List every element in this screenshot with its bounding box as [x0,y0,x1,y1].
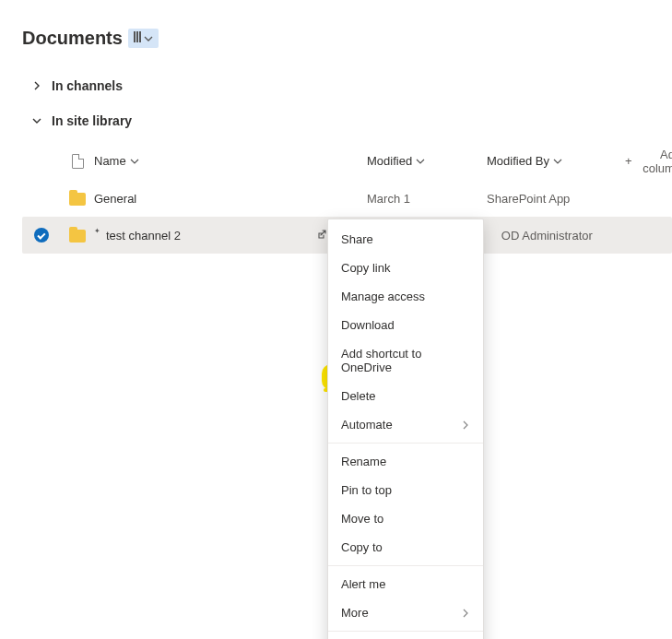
chevron-down-icon [31,115,42,126]
menu-item-download[interactable]: Download [328,311,483,339]
chevron-down-icon [416,157,425,166]
section-label: In channels [52,78,123,93]
item-name[interactable]: test channel 2 [106,229,181,243]
folder-icon [69,230,86,243]
header-label: Add column [643,148,672,175]
table-header: Name Modified Modified By + Add column [22,143,672,180]
view-icon [134,31,142,45]
document-icon [72,154,84,169]
chevron-down-icon [130,157,139,166]
menu-item-delete[interactable]: Delete [328,382,483,410]
star-icon: ✦ [94,227,100,235]
modified-value: March 1 [367,192,487,206]
folder-icon [69,193,86,206]
menu-item-more[interactable]: More [328,598,483,627]
menu-item-share[interactable]: Share [328,225,483,254]
column-header-modified[interactable]: Modified [367,154,487,168]
menu-item-move-to[interactable]: Move to [328,504,483,533]
view-switcher[interactable] [128,29,159,48]
modified-by-value: OD Administrator [501,229,640,243]
menu-item-copy-link[interactable]: Copy link [328,254,483,282]
header-label: Modified [367,154,412,168]
item-name[interactable]: General [94,192,136,206]
menu-item-add-shortcut[interactable]: Add shortcut to OneDrive [328,339,483,382]
header-label: Name [94,154,126,168]
context-menu: Share Copy link Manage access Download A… [327,219,484,639]
column-header-type[interactable] [61,154,94,169]
section-in-channels[interactable]: In channels [22,73,672,99]
menu-item-alert-me[interactable]: Alert me [328,570,483,598]
column-header-modified-by[interactable]: Modified By [487,154,625,168]
chevron-right-icon [461,420,470,430]
plus-icon: + [625,154,632,168]
menu-item-pin-to-top[interactable]: Pin to top [328,476,483,504]
column-header-add[interactable]: + Add column [625,148,672,175]
section-in-site-library[interactable]: In site library [22,108,672,134]
menu-item-copy-to[interactable]: Copy to [328,533,483,562]
menu-divider [328,565,483,566]
menu-divider [328,631,483,632]
menu-item-rename[interactable]: Rename [328,447,483,476]
column-header-name[interactable]: Name [94,154,315,168]
chevron-right-icon [31,80,42,91]
modified-by-value: SharePoint App [487,192,625,206]
page-title: Documents [22,28,123,49]
chevron-right-icon [461,609,470,618]
section-label: In site library [52,113,132,128]
selection-check-icon[interactable] [34,228,49,243]
header-label: Modified By [487,154,549,168]
menu-item-automate[interactable]: Automate [328,410,483,439]
share-icon[interactable] [315,228,328,243]
menu-item-manage-access[interactable]: Manage access [328,282,483,311]
chevron-down-icon [144,34,153,43]
chevron-down-icon [553,157,562,166]
menu-item-details[interactable]: Details [328,635,483,639]
table-row[interactable]: General March 1 SharePoint App [22,180,672,217]
menu-divider [328,443,483,444]
